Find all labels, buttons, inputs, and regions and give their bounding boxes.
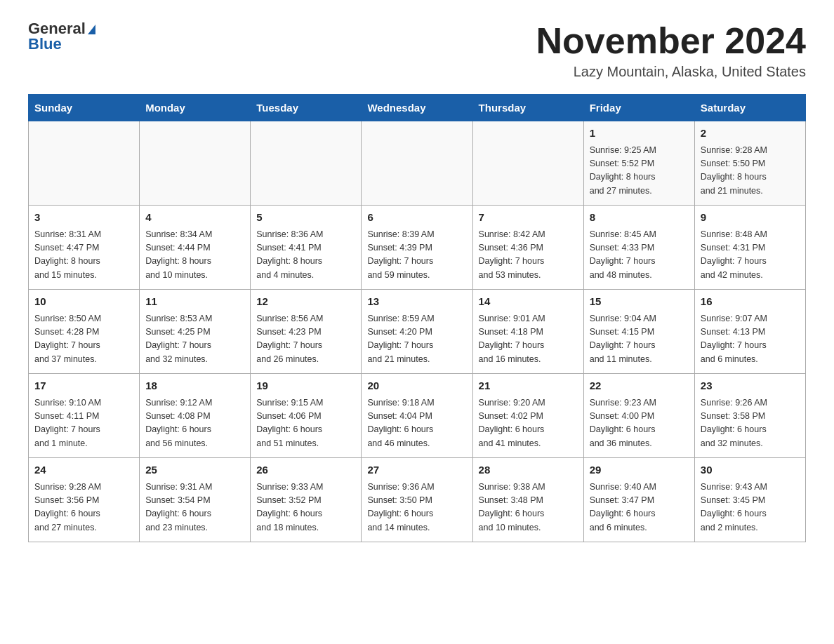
location-text: Lazy Mountain, Alaska, United States — [536, 64, 806, 80]
day-info: Sunrise: 9:20 AM Sunset: 4:02 PM Dayligh… — [479, 396, 578, 451]
day-number: 23 — [701, 378, 800, 394]
day-number: 26 — [256, 462, 355, 478]
calendar-cell: 20Sunrise: 9:18 AM Sunset: 4:04 PM Dayli… — [362, 374, 472, 458]
calendar-cell: 25Sunrise: 9:31 AM Sunset: 3:54 PM Dayli… — [140, 458, 251, 542]
day-info: Sunrise: 9:38 AM Sunset: 3:48 PM Dayligh… — [479, 481, 578, 535]
day-number: 25 — [145, 462, 244, 478]
calendar-cell: 29Sunrise: 9:40 AM Sunset: 3:47 PM Dayli… — [583, 458, 694, 542]
calendar-cell: 12Sunrise: 8:56 AM Sunset: 4:23 PM Dayli… — [251, 290, 362, 374]
day-info: Sunrise: 9:28 AM Sunset: 5:50 PM Dayligh… — [701, 144, 800, 199]
day-info: Sunrise: 8:50 AM Sunset: 4:28 PM Dayligh… — [34, 312, 133, 367]
calendar-cell: 24Sunrise: 9:28 AM Sunset: 3:56 PM Dayli… — [29, 458, 140, 542]
day-number: 4 — [145, 210, 244, 226]
calendar-cell: 26Sunrise: 9:33 AM Sunset: 3:52 PM Dayli… — [251, 458, 362, 542]
calendar-cell: 7Sunrise: 8:42 AM Sunset: 4:36 PM Daylig… — [472, 206, 583, 290]
week-row-1: 1Sunrise: 9:25 AM Sunset: 5:52 PM Daylig… — [29, 121, 806, 206]
calendar-cell: 18Sunrise: 9:12 AM Sunset: 4:08 PM Dayli… — [140, 374, 251, 458]
calendar-cell — [362, 121, 472, 206]
calendar-header-row: SundayMondayTuesdayWednesdayThursdayFrid… — [29, 95, 806, 121]
day-info: Sunrise: 9:04 AM Sunset: 4:15 PM Dayligh… — [590, 312, 689, 367]
day-info: Sunrise: 8:48 AM Sunset: 4:31 PM Dayligh… — [701, 228, 800, 283]
day-info: Sunrise: 9:10 AM Sunset: 4:11 PM Dayligh… — [34, 396, 133, 451]
day-number: 6 — [367, 210, 466, 226]
day-header-wednesday: Wednesday — [362, 95, 472, 121]
day-info: Sunrise: 9:43 AM Sunset: 3:45 PM Dayligh… — [701, 481, 800, 535]
calendar-cell: 6Sunrise: 8:39 AM Sunset: 4:39 PM Daylig… — [362, 206, 472, 290]
logo-blue-text: Blue — [28, 36, 62, 52]
calendar-cell: 2Sunrise: 9:28 AM Sunset: 5:50 PM Daylig… — [694, 121, 805, 206]
day-number: 18 — [145, 378, 244, 394]
day-number: 24 — [34, 462, 133, 478]
day-header-thursday: Thursday — [472, 95, 583, 121]
day-info: Sunrise: 9:26 AM Sunset: 3:58 PM Dayligh… — [701, 396, 800, 451]
calendar-cell: 15Sunrise: 9:04 AM Sunset: 4:15 PM Dayli… — [583, 290, 694, 374]
calendar-cell: 17Sunrise: 9:10 AM Sunset: 4:11 PM Dayli… — [29, 374, 140, 458]
day-info: Sunrise: 9:12 AM Sunset: 4:08 PM Dayligh… — [145, 396, 244, 451]
day-number: 13 — [367, 294, 466, 310]
calendar-cell: 30Sunrise: 9:43 AM Sunset: 3:45 PM Dayli… — [694, 458, 805, 542]
day-header-monday: Monday — [140, 95, 251, 121]
calendar-cell — [472, 121, 583, 206]
day-info: Sunrise: 9:36 AM Sunset: 3:50 PM Dayligh… — [367, 481, 466, 535]
day-number: 3 — [34, 210, 133, 226]
calendar-cell — [140, 121, 251, 206]
logo: General Blue — [28, 21, 95, 52]
calendar-cell: 4Sunrise: 8:34 AM Sunset: 4:44 PM Daylig… — [140, 206, 251, 290]
calendar-cell: 14Sunrise: 9:01 AM Sunset: 4:18 PM Dayli… — [472, 290, 583, 374]
day-number: 14 — [479, 294, 578, 310]
week-row-4: 17Sunrise: 9:10 AM Sunset: 4:11 PM Dayli… — [29, 374, 806, 458]
day-number: 5 — [256, 210, 355, 226]
day-header-saturday: Saturday — [694, 95, 805, 121]
day-header-sunday: Sunday — [29, 95, 140, 121]
calendar-cell: 11Sunrise: 8:53 AM Sunset: 4:25 PM Dayli… — [140, 290, 251, 374]
day-number: 30 — [701, 462, 800, 478]
day-info: Sunrise: 9:15 AM Sunset: 4:06 PM Dayligh… — [256, 396, 355, 451]
day-number: 1 — [590, 126, 689, 142]
day-number: 17 — [34, 378, 133, 394]
day-number: 29 — [590, 462, 689, 478]
day-number: 20 — [367, 378, 466, 394]
day-info: Sunrise: 9:07 AM Sunset: 4:13 PM Dayligh… — [701, 312, 800, 367]
page-header: General Blue November 2024 Lazy Mountain… — [28, 21, 806, 80]
calendar-cell: 5Sunrise: 8:36 AM Sunset: 4:41 PM Daylig… — [251, 206, 362, 290]
calendar-cell: 1Sunrise: 9:25 AM Sunset: 5:52 PM Daylig… — [583, 121, 694, 206]
day-info: Sunrise: 9:23 AM Sunset: 4:00 PM Dayligh… — [590, 396, 689, 451]
day-info: Sunrise: 8:42 AM Sunset: 4:36 PM Dayligh… — [479, 228, 578, 283]
logo-general-text: General — [28, 21, 86, 36]
calendar-cell: 21Sunrise: 9:20 AM Sunset: 4:02 PM Dayli… — [472, 374, 583, 458]
day-info: Sunrise: 8:56 AM Sunset: 4:23 PM Dayligh… — [256, 312, 355, 367]
day-number: 19 — [256, 378, 355, 394]
day-info: Sunrise: 9:18 AM Sunset: 4:04 PM Dayligh… — [367, 396, 466, 451]
day-info: Sunrise: 9:01 AM Sunset: 4:18 PM Dayligh… — [479, 312, 578, 367]
day-number: 9 — [701, 210, 800, 226]
week-row-5: 24Sunrise: 9:28 AM Sunset: 3:56 PM Dayli… — [29, 458, 806, 542]
day-info: Sunrise: 9:31 AM Sunset: 3:54 PM Dayligh… — [145, 481, 244, 535]
day-info: Sunrise: 8:45 AM Sunset: 4:33 PM Dayligh… — [590, 228, 689, 283]
day-number: 12 — [256, 294, 355, 310]
calendar-cell — [251, 121, 362, 206]
day-number: 8 — [590, 210, 689, 226]
day-header-friday: Friday — [583, 95, 694, 121]
day-number: 15 — [590, 294, 689, 310]
day-number: 21 — [479, 378, 578, 394]
calendar-cell: 28Sunrise: 9:38 AM Sunset: 3:48 PM Dayli… — [472, 458, 583, 542]
day-info: Sunrise: 9:28 AM Sunset: 3:56 PM Dayligh… — [34, 481, 133, 535]
calendar-cell: 23Sunrise: 9:26 AM Sunset: 3:58 PM Dayli… — [694, 374, 805, 458]
day-header-tuesday: Tuesday — [251, 95, 362, 121]
title-block: November 2024 Lazy Mountain, Alaska, Uni… — [536, 21, 806, 80]
day-number: 2 — [701, 126, 800, 142]
day-info: Sunrise: 8:36 AM Sunset: 4:41 PM Dayligh… — [256, 228, 355, 283]
day-number: 16 — [701, 294, 800, 310]
calendar-cell — [29, 121, 140, 206]
day-info: Sunrise: 8:39 AM Sunset: 4:39 PM Dayligh… — [367, 228, 466, 283]
calendar-cell: 3Sunrise: 8:31 AM Sunset: 4:47 PM Daylig… — [29, 206, 140, 290]
day-number: 10 — [34, 294, 133, 310]
calendar-cell: 9Sunrise: 8:48 AM Sunset: 4:31 PM Daylig… — [694, 206, 805, 290]
day-number: 28 — [479, 462, 578, 478]
calendar-cell: 27Sunrise: 9:36 AM Sunset: 3:50 PM Dayli… — [362, 458, 472, 542]
day-number: 22 — [590, 378, 689, 394]
calendar-cell: 10Sunrise: 8:50 AM Sunset: 4:28 PM Dayli… — [29, 290, 140, 374]
calendar-cell: 13Sunrise: 8:59 AM Sunset: 4:20 PM Dayli… — [362, 290, 472, 374]
week-row-2: 3Sunrise: 8:31 AM Sunset: 4:47 PM Daylig… — [29, 206, 806, 290]
day-info: Sunrise: 9:25 AM Sunset: 5:52 PM Dayligh… — [590, 144, 689, 199]
